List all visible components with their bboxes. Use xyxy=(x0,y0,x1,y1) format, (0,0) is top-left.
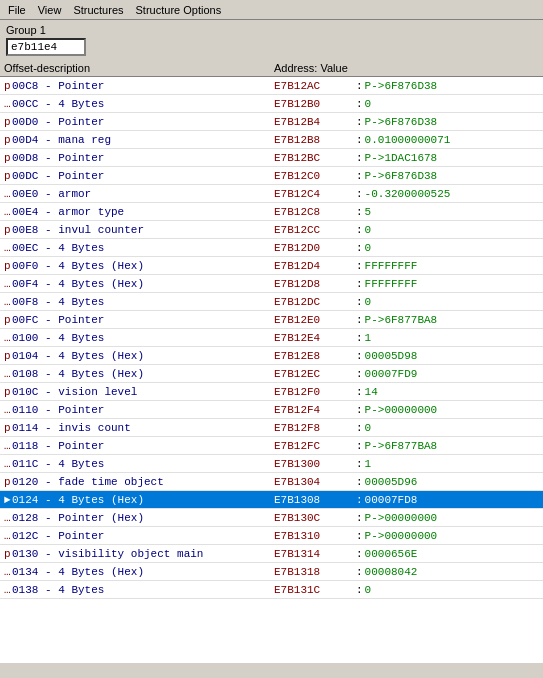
row-value: P->6F876D38 xyxy=(365,170,539,182)
table-row[interactable]: p0114 - invis count E7B12F8 : 0 xyxy=(0,419,543,437)
table-row[interactable]: …00F8 - 4 Bytes E7B12DC : 0 xyxy=(0,293,543,311)
row-arrow: … xyxy=(4,242,12,254)
row-value: P->6F877BA8 xyxy=(365,314,539,326)
row-address: E7B12FC xyxy=(274,440,354,452)
row-address: E7B12B8 xyxy=(274,134,354,146)
row-address: E7B12C8 xyxy=(274,206,354,218)
table-row[interactable]: …0138 - 4 Bytes E7B131C : 0 xyxy=(0,581,543,599)
table-row[interactable]: …00E4 - armor type E7B12C8 : 5 xyxy=(0,203,543,221)
row-arrow: p xyxy=(4,314,12,326)
table-row[interactable]: …00F4 - 4 Bytes (Hex) E7B12D8 : FFFFFFFF xyxy=(0,275,543,293)
row-arrow: p xyxy=(4,422,12,434)
table-row[interactable]: p00FC - Pointer E7B12E0 : P->6F877BA8 xyxy=(0,311,543,329)
row-address: E7B12C0 xyxy=(274,170,354,182)
row-value: 00005D96 xyxy=(365,476,539,488)
row-arrow: … xyxy=(4,296,12,308)
row-address: E7B1310 xyxy=(274,530,354,542)
row-address: E7B12E8 xyxy=(274,350,354,362)
row-value: 00007FD9 xyxy=(365,368,539,380)
menu-file[interactable]: File xyxy=(2,2,32,18)
row-value: FFFFFFFF xyxy=(365,278,539,290)
row-address: E7B12F0 xyxy=(274,386,354,398)
row-arrow: … xyxy=(4,206,12,218)
row-address: E7B1300 xyxy=(274,458,354,470)
table-row[interactable]: …0128 - Pointer (Hex) E7B130C : P->00000… xyxy=(0,509,543,527)
row-value: 0 xyxy=(365,98,539,110)
row-address: E7B12D8 xyxy=(274,278,354,290)
row-arrow: p xyxy=(4,170,12,182)
row-value: 00007FD8 xyxy=(365,494,539,506)
table-row[interactable]: p00D8 - Pointer E7B12BC : P->1DAC1678 xyxy=(0,149,543,167)
table-row[interactable]: p00D0 - Pointer E7B12B4 : P->6F876D38 xyxy=(0,113,543,131)
row-value: 0000656E xyxy=(365,548,539,560)
row-address: E7B1308 xyxy=(274,494,354,506)
row-value: P->6F876D38 xyxy=(365,80,539,92)
row-arrow: … xyxy=(4,584,12,596)
row-arrow: … xyxy=(4,188,12,200)
menu-structure-options[interactable]: Structure Options xyxy=(130,2,228,18)
row-arrow: … xyxy=(4,440,12,452)
row-value: 0 xyxy=(365,296,539,308)
row-value: 5 xyxy=(365,206,539,218)
row-value: -0.3200000525 xyxy=(365,188,539,200)
row-address: E7B130C xyxy=(274,512,354,524)
row-address: E7B12CC xyxy=(274,224,354,236)
table-row[interactable]: …00E0 - armor E7B12C4 : -0.3200000525 xyxy=(0,185,543,203)
row-address: E7B12DC xyxy=(274,296,354,308)
table-row[interactable]: ►0124 - 4 Bytes (Hex) E7B1308 : 00007FD8 xyxy=(0,491,543,509)
col-header-address: Address: Value xyxy=(274,62,539,74)
row-arrow: … xyxy=(4,566,12,578)
table-row[interactable]: p0120 - fade time object E7B1304 : 00005… xyxy=(0,473,543,491)
table-row[interactable]: …012C - Pointer E7B1310 : P->00000000 xyxy=(0,527,543,545)
table-row[interactable]: …0134 - 4 Bytes (Hex) E7B1318 : 00008042 xyxy=(0,563,543,581)
row-value: 00008042 xyxy=(365,566,539,578)
row-value: 0 xyxy=(365,224,539,236)
table-row[interactable]: …00CC - 4 Bytes E7B12B0 : 0 xyxy=(0,95,543,113)
row-arrow: p xyxy=(4,134,12,146)
row-arrow: … xyxy=(4,458,12,470)
table-row[interactable]: p0104 - 4 Bytes (Hex) E7B12E8 : 00005D98 xyxy=(0,347,543,365)
menu-structures[interactable]: Structures xyxy=(67,2,129,18)
row-address: E7B12EC xyxy=(274,368,354,380)
row-value: FFFFFFFF xyxy=(365,260,539,272)
row-value: 0 xyxy=(365,584,539,596)
row-address: E7B12BC xyxy=(274,152,354,164)
row-value: P->00000000 xyxy=(365,530,539,542)
row-arrow: … xyxy=(4,404,12,416)
row-arrow: ► xyxy=(4,494,12,506)
row-address: E7B12AC xyxy=(274,80,354,92)
table-row[interactable]: p010C - vision level E7B12F0 : 14 xyxy=(0,383,543,401)
group-input[interactable] xyxy=(6,38,86,56)
menu-view[interactable]: View xyxy=(32,2,68,18)
table-row[interactable]: …0108 - 4 Bytes (Hex) E7B12EC : 00007FD9 xyxy=(0,365,543,383)
row-address: E7B1304 xyxy=(274,476,354,488)
table-row[interactable]: p00F0 - 4 Bytes (Hex) E7B12D4 : FFFFFFFF xyxy=(0,257,543,275)
row-value: P->00000000 xyxy=(365,404,539,416)
row-value: 0 xyxy=(365,242,539,254)
row-address: E7B12D0 xyxy=(274,242,354,254)
row-arrow: p xyxy=(4,224,12,236)
row-address: E7B12B4 xyxy=(274,116,354,128)
row-value: 1 xyxy=(365,332,539,344)
table-row[interactable]: …0118 - Pointer E7B12FC : P->6F877BA8 xyxy=(0,437,543,455)
table-row[interactable]: …0110 - Pointer E7B12F4 : P->00000000 xyxy=(0,401,543,419)
row-value: P->6F876D38 xyxy=(365,116,539,128)
table-row[interactable]: p00E8 - invul counter E7B12CC : 0 xyxy=(0,221,543,239)
table-row[interactable]: …011C - 4 Bytes E7B1300 : 1 xyxy=(0,455,543,473)
table-row[interactable]: …00EC - 4 Bytes E7B12D0 : 0 xyxy=(0,239,543,257)
row-address: E7B12E4 xyxy=(274,332,354,344)
row-arrow: p xyxy=(4,260,12,272)
row-value: P->00000000 xyxy=(365,512,539,524)
menu-bar: File View Structures Structure Options xyxy=(0,0,543,20)
row-address: E7B12F4 xyxy=(274,404,354,416)
data-table[interactable]: p00C8 - Pointer E7B12AC : P->6F876D38 …0… xyxy=(0,77,543,663)
row-value: 0 xyxy=(365,422,539,434)
table-row[interactable]: p00C8 - Pointer E7B12AC : P->6F876D38 xyxy=(0,77,543,95)
table-row[interactable]: p0130 - visibility object main E7B1314 :… xyxy=(0,545,543,563)
table-row[interactable]: …0100 - 4 Bytes E7B12E4 : 1 xyxy=(0,329,543,347)
table-row[interactable]: p00DC - Pointer E7B12C0 : P->6F876D38 xyxy=(0,167,543,185)
row-arrow: … xyxy=(4,332,12,344)
row-address: E7B1314 xyxy=(274,548,354,560)
table-row[interactable]: p00D4 - mana reg E7B12B8 : 0.01000000071 xyxy=(0,131,543,149)
row-arrow: p xyxy=(4,116,12,128)
